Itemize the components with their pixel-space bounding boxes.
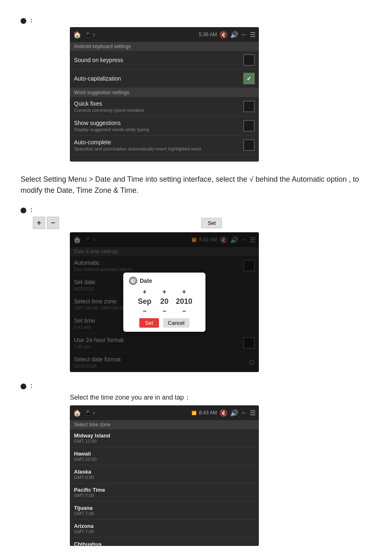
tz-item-arizona[interactable]: Arizona GMT-7:00 <box>70 520 259 538</box>
keyboard-section-header: Android keyboard settings <box>70 42 259 51</box>
status-time-3: 8:43 AM <box>199 410 217 416</box>
show-suggestions-title: Show suggestions <box>74 120 243 126</box>
tz-arizona-name: Arizona <box>74 523 255 529</box>
set-button[interactable]: Set <box>201 218 222 228</box>
sound-keypress-checkbox[interactable] <box>243 54 255 66</box>
auto-cap-item[interactable]: Auto-capitalization ✓ <box>70 69 259 88</box>
day-value: 20 <box>156 297 173 306</box>
svg-line-2 <box>133 281 134 282</box>
section3-colon: : <box>30 382 32 389</box>
auto-complete-checkbox[interactable] <box>243 139 255 151</box>
year-value: 2010 <box>176 297 192 306</box>
month-value: Sep <box>136 297 153 306</box>
tz-chihuahua-name: Chihuahua <box>74 541 255 546</box>
nav-bar-3: 🏠 📱 ↑ 📶 8:43 AM 🔇 🔊 ← ☰ <box>70 405 259 420</box>
select-tz-header: Select time zone <box>70 420 259 429</box>
auto-cap-title: Auto-capitalization <box>74 75 243 82</box>
date-time-settings-screen: 🏠 📱 ↑ 📶 8:42 AM 🔇 🔊 ← ☰ Date & time sett… <box>70 232 259 372</box>
bullet-dot-1 <box>21 18 26 24</box>
tz-midway-offset: GMT-11:00 <box>74 439 255 444</box>
section2-colon: : <box>30 206 32 213</box>
auto-complete-subtitle: Spacebar and punctuation automatically i… <box>74 146 243 151</box>
sound-keypress-title: Sound on keypress <box>74 57 243 63</box>
quick-fixes-subtitle: Corrects commonly typed mistakes <box>74 108 243 113</box>
quick-fixes-item[interactable]: Quick fixes Corrects commonly typed mist… <box>70 97 259 116</box>
plus-button[interactable]: + <box>33 217 45 229</box>
tz-pacific-name: Pacific Time <box>74 487 255 493</box>
quick-fixes-title: Quick fixes <box>74 100 243 107</box>
year-spinner[interactable]: + 2010 − <box>176 288 192 315</box>
page-number: 38 <box>21 549 371 555</box>
tz-midway-name: Midway Island <box>74 432 255 439</box>
tz-item-chihuahua[interactable]: Chihuahua <box>70 538 259 546</box>
show-suggestions-item[interactable]: Show suggestions Display suggested words… <box>70 116 259 136</box>
date-picker-title: Date <box>140 278 152 284</box>
sound-keypress-item[interactable]: Sound on keypress <box>70 51 259 69</box>
tz-item-pacific[interactable]: Pacific Time GMT-7:00 <box>70 483 259 502</box>
quick-fixes-checkbox[interactable] <box>243 101 255 112</box>
minus-button[interactable]: − <box>47 217 59 229</box>
month-down-button[interactable]: − <box>143 308 146 315</box>
date-picker-box[interactable]: Date + Sep − + 20 − <box>123 273 205 332</box>
year-down-button[interactable]: − <box>182 308 186 315</box>
day-down-button[interactable]: − <box>162 308 166 315</box>
tz-arizona-offset: GMT-7:00 <box>74 529 255 534</box>
keyboard-settings-screen: 🏠 📱 ↑ 5:36 AM 🔇 🔊 ← ☰ Android keyboard s… <box>70 27 259 162</box>
description-text: Select Setting Menu > Date and Time into… <box>21 174 371 196</box>
tz-item-tijuana[interactable]: Tijuana GMT-7:00 <box>70 502 259 520</box>
day-up-button[interactable]: + <box>162 288 166 296</box>
auto-cap-checkbox[interactable]: ✓ <box>243 73 255 84</box>
datepicker-cancel-button[interactable]: Cancel <box>163 318 189 328</box>
tz-alaska-name: Alaska <box>74 469 255 475</box>
day-spinner[interactable]: + 20 − <box>156 288 173 315</box>
tz-hawaii-offset: GMT-10:00 <box>74 457 255 462</box>
tz-tijuana-offset: GMT-7:00 <box>74 511 255 516</box>
date-picker-overlay: Date + Sep − + 20 − <box>70 232 259 372</box>
show-suggestions-subtitle: Display suggested words while typing <box>74 127 243 132</box>
show-suggestions-checkbox[interactable] <box>243 120 255 132</box>
auto-complete-title: Auto-complete <box>74 139 243 146</box>
select-timezone-instruction: Select the time zone you are in and tap： <box>70 393 371 402</box>
bullet-dot-3 <box>21 384 26 389</box>
word-suggestion-header: Word suggestion settings <box>70 88 259 97</box>
tz-hawaii-name: Hawaii <box>74 451 255 457</box>
tz-item-alaska[interactable]: Alaska GMT-8:00 <box>70 465 259 483</box>
tz-alaska-offset: GMT-8:00 <box>74 475 255 480</box>
month-up-button[interactable]: + <box>143 288 146 296</box>
tz-item-hawaii[interactable]: Hawaii GMT-10:00 <box>70 447 259 465</box>
date-circle-icon <box>129 277 137 285</box>
timezone-list-screen: 🏠 📱 ↑ 📶 8:43 AM 🔇 🔊 ← ☰ Select time zone… <box>70 405 259 546</box>
tz-tijuana-name: Tijuana <box>74 505 255 511</box>
year-up-button[interactable]: + <box>182 288 186 296</box>
nav-bar-1: 🏠 📱 ↑ 5:36 AM 🔇 🔊 ← ☰ <box>70 27 259 42</box>
status-time-1: 5:36 AM <box>199 32 217 37</box>
tz-pacific-offset: GMT-7:00 <box>74 493 255 498</box>
month-spinner[interactable]: + Sep − <box>136 288 153 315</box>
datepicker-set-button[interactable]: Set <box>139 318 159 328</box>
tz-item-midway[interactable]: Midway Island GMT-11:00 <box>70 429 259 447</box>
auto-complete-item[interactable]: Auto-complete Spacebar and punctuation a… <box>70 136 259 155</box>
bullet-dot-2 <box>21 208 26 213</box>
section1-colon: : <box>30 16 32 23</box>
